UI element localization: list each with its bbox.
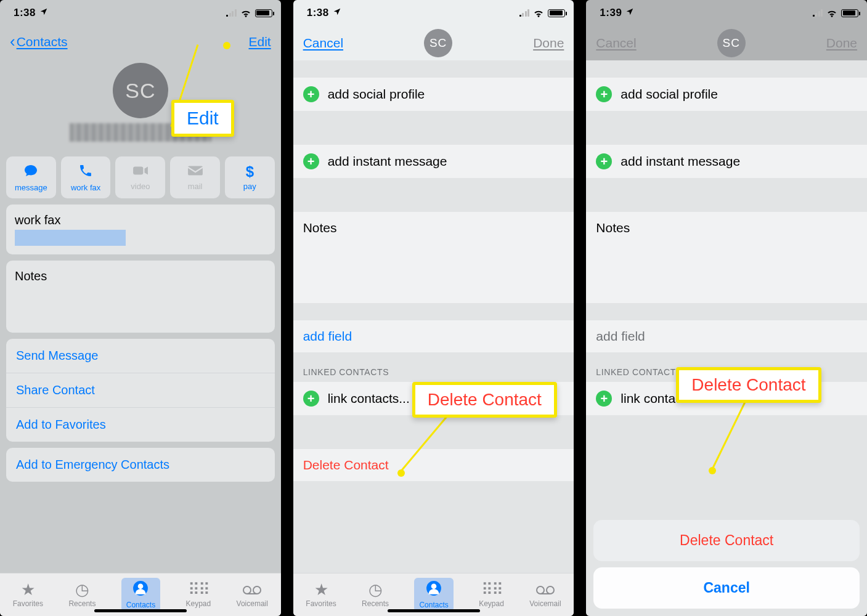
clock-icon: ◷ — [368, 582, 383, 598]
back-label: Contacts — [17, 34, 68, 49]
status-time: 1:38 — [307, 7, 329, 19]
callout-anchor-dot — [397, 469, 405, 477]
sheet-cancel-button[interactable]: Cancel — [593, 567, 860, 609]
person-icon — [132, 580, 149, 599]
plus-icon: + — [596, 153, 612, 169]
add-favorites-row[interactable]: Add to Favorites — [6, 407, 275, 442]
notes-card[interactable]: Notes — [6, 261, 275, 333]
wifi-icon — [533, 9, 544, 17]
status-bar: 1:38 — [293, 0, 574, 26]
pay-button[interactable]: $ pay — [225, 156, 275, 198]
add-instant-message-row[interactable]: + add instant message — [293, 145, 574, 178]
voicemail-icon — [536, 582, 555, 598]
plus-icon: + — [303, 391, 319, 407]
callout-edit: Edit — [171, 100, 234, 137]
notes-label: Notes — [15, 269, 266, 283]
home-indicator — [388, 609, 480, 612]
panel-2-edit-contact: 1:38 Cancel SC Done + — [293, 0, 574, 616]
plus-icon: + — [303, 86, 319, 102]
pay-icon: $ — [246, 164, 254, 179]
nav-bar: ‹ Contacts Edit — [0, 26, 281, 58]
delete-contact-row[interactable]: Delete Contact — [293, 449, 574, 481]
person-icon — [426, 580, 442, 599]
callout-delete-contact: Delete Contact — [676, 367, 821, 403]
tab-contacts[interactable]: Contacts — [414, 578, 453, 612]
home-indicator — [94, 609, 187, 612]
workfax-button[interactable]: work fax — [61, 156, 111, 198]
phone-icon — [78, 163, 93, 180]
signal-icon — [519, 9, 530, 17]
callout-anchor-dot — [223, 42, 230, 49]
workfax-label: work fax — [15, 213, 266, 227]
location-icon — [333, 7, 341, 19]
panel-1-contact-card: 1:38 ‹ Contacts Edit Edi — [0, 0, 281, 616]
add-field-row: add field — [586, 320, 867, 352]
add-social-profile-row: + add social profile — [586, 78, 867, 111]
add-emergency-row[interactable]: Add to Emergency Contacts — [6, 448, 275, 482]
svg-point-8 — [431, 583, 437, 589]
svg-rect-0 — [133, 166, 143, 174]
actions-list: Send Message Share Contact Add to Favori… — [6, 339, 275, 442]
add-social-profile-row[interactable]: + add social profile — [293, 78, 574, 111]
share-contact-row[interactable]: Share Contact — [6, 373, 275, 407]
chevron-left-icon: ‹ — [10, 34, 15, 49]
plus-icon: + — [303, 153, 319, 169]
contact-avatar-small: SC — [717, 29, 746, 57]
tab-recents[interactable]: ◷Recents — [68, 582, 96, 608]
back-button[interactable]: ‹ Contacts — [10, 34, 68, 49]
cancel-button[interactable]: Cancel — [596, 36, 636, 51]
location-icon — [625, 7, 634, 19]
callout-delete-contact: Delete Contact — [412, 382, 557, 418]
status-time: 1:38 — [14, 7, 36, 19]
plus-icon: + — [596, 391, 612, 407]
location-icon — [39, 7, 48, 19]
battery-icon — [255, 9, 272, 17]
nav-bar: Cancel SC Done — [586, 26, 867, 60]
add-field-row[interactable]: add field — [293, 320, 574, 352]
mail-button[interactable]: mail — [170, 156, 220, 198]
notes-field: Notes — [586, 212, 867, 303]
tab-favorites[interactable]: ★Favorites — [13, 582, 43, 608]
done-button[interactable]: Done — [533, 36, 564, 51]
svg-point-9 — [537, 586, 544, 594]
signal-icon — [813, 9, 823, 17]
workfax-number-redacted — [15, 230, 126, 246]
status-bar: 1:39 — [586, 0, 867, 26]
action-buttons-row: message work fax video mail — [0, 156, 281, 198]
edit-button[interactable]: Edit — [248, 34, 271, 49]
sheet-delete-button[interactable]: Delete Contact — [593, 520, 860, 561]
notes-field[interactable]: Notes — [293, 212, 574, 303]
tab-keypad[interactable]: ⠿⠿Keypad — [479, 582, 504, 608]
svg-point-4 — [243, 586, 251, 594]
contact-avatar: SC — [113, 63, 168, 118]
contact-avatar-small[interactable]: SC — [424, 29, 452, 57]
voicemail-icon — [243, 582, 261, 598]
wifi-icon — [826, 9, 837, 17]
status-bar: 1:38 — [0, 0, 281, 26]
signal-icon — [226, 9, 237, 17]
star-icon: ★ — [21, 582, 35, 598]
keypad-icon: ⠿⠿ — [481, 582, 502, 598]
tab-voicemail[interactable]: Voicemail — [529, 582, 561, 608]
send-message-row[interactable]: Send Message — [6, 339, 275, 373]
action-sheet: Delete Contact Cancel — [593, 520, 860, 609]
workfax-card[interactable]: work fax — [6, 205, 275, 254]
tab-voicemail[interactable]: Voicemail — [237, 582, 268, 608]
tab-recents[interactable]: ◷Recents — [362, 582, 389, 608]
tab-keypad[interactable]: ⠿⠿Keypad — [186, 582, 211, 608]
cancel-button[interactable]: Cancel — [303, 36, 343, 51]
tab-contacts[interactable]: Contacts — [121, 578, 160, 612]
emergency-list: Add to Emergency Contacts — [6, 448, 275, 482]
done-button[interactable]: Done — [826, 36, 857, 51]
message-icon — [23, 163, 39, 180]
svg-point-5 — [253, 586, 261, 594]
message-button[interactable]: message — [6, 156, 56, 198]
battery-icon — [841, 9, 858, 17]
video-button[interactable]: video — [115, 156, 165, 198]
wifi-icon — [240, 9, 251, 17]
add-instant-message-row: + add instant message — [586, 145, 867, 178]
svg-point-3 — [138, 583, 144, 589]
svg-point-10 — [547, 586, 554, 594]
plus-icon: + — [596, 86, 612, 102]
tab-favorites[interactable]: ★Favorites — [306, 582, 336, 608]
